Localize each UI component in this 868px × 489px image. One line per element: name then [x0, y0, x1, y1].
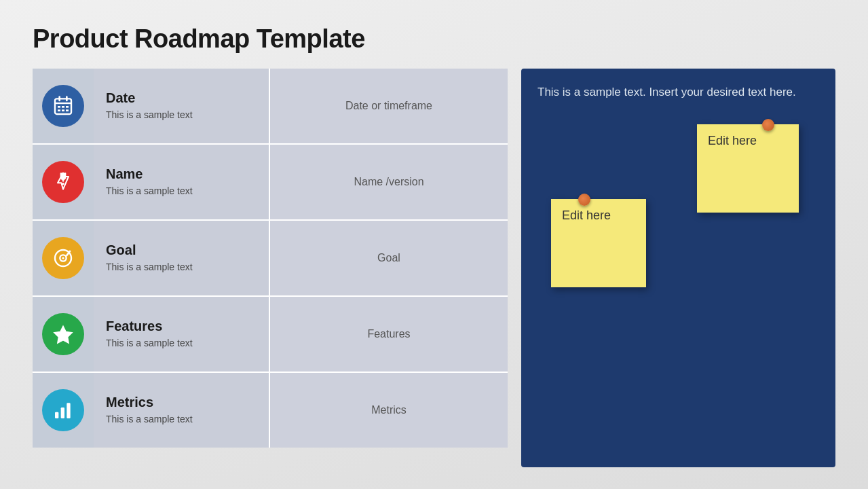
row-label-date: Date — [106, 90, 257, 106]
value-cell-features[interactable]: Features — [270, 297, 508, 372]
svg-marker-15 — [54, 326, 73, 343]
table-row-features: Features This is a sample text Features — [33, 297, 508, 373]
row-sublabel-name: This is a sample text — [106, 185, 257, 198]
row-label-name: Name — [106, 166, 257, 182]
table-row-metrics: Metrics This is a sample text Metrics — [33, 373, 508, 448]
sticky-note-2-text: Edit here — [562, 209, 611, 223]
label-cell-goal: Goal This is a sample text — [94, 221, 270, 295]
label-cell-name: Name This is a sample text — [94, 145, 270, 219]
table-row-date: Date This is a sample text Date or timef… — [33, 69, 508, 145]
chart-icon — [42, 389, 84, 431]
row-label-metrics: Metrics — [106, 395, 257, 410]
svg-rect-7 — [58, 109, 60, 111]
roadmap-table: Date This is a sample text Date or timef… — [33, 69, 508, 467]
svg-rect-8 — [62, 109, 64, 111]
label-cell-features: Features This is a sample text — [94, 297, 270, 372]
svg-rect-17 — [61, 408, 64, 418]
star-icon — [42, 313, 84, 355]
icon-cell-features — [33, 297, 94, 372]
svg-rect-6 — [66, 106, 69, 108]
row-sublabel-date: This is a sample text — [106, 109, 257, 122]
sticky-notes-area: Edit here Edit here — [537, 117, 819, 456]
svg-rect-5 — [62, 106, 64, 108]
row-sublabel-goal: This is a sample text — [106, 261, 257, 274]
row-label-goal: Goal — [106, 242, 257, 258]
row-value-date: Date or timeframe — [345, 100, 432, 112]
svg-rect-16 — [55, 412, 58, 418]
row-value-features: Features — [367, 328, 410, 340]
value-cell-metrics[interactable]: Metrics — [270, 373, 508, 448]
value-cell-goal[interactable]: Goal — [270, 221, 508, 295]
row-value-goal: Goal — [377, 252, 400, 264]
row-sublabel-metrics: This is a sample text — [106, 413, 257, 427]
row-value-metrics: Metrics — [371, 404, 407, 416]
label-cell-date: Date This is a sample text — [94, 69, 270, 143]
icon-cell-goal — [33, 221, 94, 295]
page-title: Product Roadmap Template — [33, 24, 835, 54]
value-cell-date[interactable]: Date or timeframe — [270, 69, 508, 143]
right-panel[interactable]: This is a sample text. Insert your desir… — [521, 69, 835, 467]
svg-point-13 — [62, 257, 64, 259]
label-cell-metrics: Metrics This is a sample text — [94, 373, 270, 448]
svg-rect-18 — [67, 403, 70, 418]
sticky-note-1[interactable]: Edit here — [697, 124, 799, 213]
svg-rect-4 — [58, 106, 60, 108]
svg-line-14 — [67, 253, 69, 255]
panel-intro-text: This is a sample text. Insert your desir… — [537, 84, 819, 101]
icon-cell-metrics — [33, 373, 94, 448]
table-row-goal: Goal This is a sample text Goal — [33, 221, 508, 297]
tag-icon — [42, 161, 84, 203]
table-row-name: Name This is a sample text Name /version — [33, 145, 508, 221]
icon-cell-name — [33, 145, 94, 219]
svg-point-10 — [62, 183, 64, 185]
target-icon — [42, 237, 84, 279]
row-sublabel-features: This is a sample text — [106, 337, 257, 350]
sticky-note-1-text: Edit here — [708, 134, 757, 148]
value-cell-name[interactable]: Name /version — [270, 145, 508, 219]
calendar-icon — [42, 85, 84, 127]
icon-cell-date — [33, 69, 94, 143]
content-area: Date This is a sample text Date or timef… — [33, 69, 835, 467]
row-value-name: Name /version — [354, 176, 423, 188]
row-label-features: Features — [106, 319, 257, 334]
svg-rect-9 — [66, 109, 69, 111]
slide: Product Roadmap Template Date This is a … — [0, 0, 868, 489]
sticky-note-2[interactable]: Edit here — [551, 199, 646, 287]
